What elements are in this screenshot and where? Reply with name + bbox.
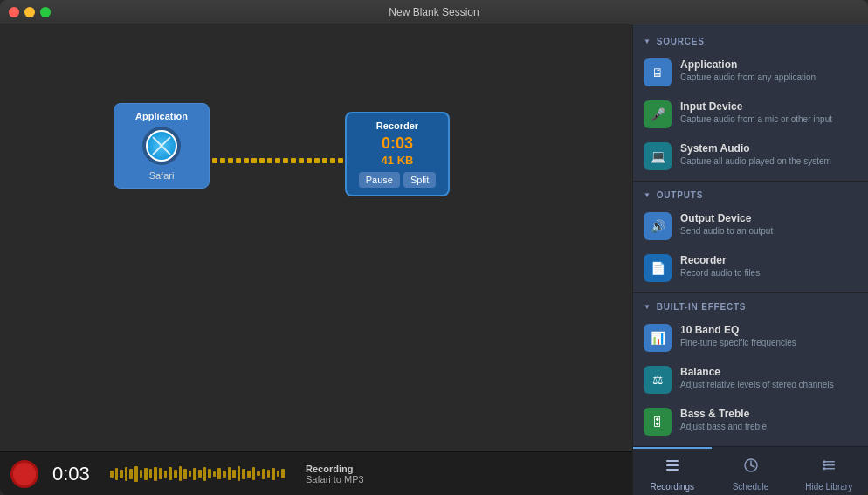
sidebar-item-system-audio[interactable]: 💻 System Audio Capture all audio played … — [633, 135, 868, 177]
recorder-time: 0:03 — [382, 134, 413, 154]
effects-chevron-icon: ▼ — [644, 303, 651, 311]
split-button[interactable]: Split — [403, 172, 436, 188]
waveform-bar — [257, 471, 260, 476]
svg-point-10 — [823, 464, 826, 466]
hide-library-tab-icon — [820, 457, 837, 478]
window-controls — [9, 7, 51, 17]
pause-button[interactable]: Pause — [359, 172, 400, 188]
conn-dot — [228, 158, 233, 163]
sidebar-item-output-device[interactable]: 🔊 Output Device Send audio to an output — [633, 205, 868, 247]
sidebar-item-recorder[interactable]: 📄 Recorder Record audio to files — [633, 247, 868, 289]
waveform-bar — [154, 467, 157, 481]
title-bar: New Blank Session — [0, 0, 868, 24]
recorder-output-text: Recorder Record audio to files — [680, 254, 760, 278]
input-device-source-name: Input Device — [680, 100, 832, 113]
waveform-bar — [140, 470, 143, 478]
conn-dot — [267, 158, 272, 163]
hide-library-tab-label: Hide Library — [805, 482, 852, 492]
waveform-bar — [213, 471, 217, 477]
output-device-icon: 🔊 — [644, 212, 672, 240]
effects-header-label: BUILT-IN EFFECTS — [657, 302, 747, 312]
minimize-button[interactable] — [24, 7, 35, 17]
app-node-label: Safari — [149, 170, 175, 181]
application-source-icon: 🖥 — [644, 58, 672, 86]
waveform-bar — [281, 469, 285, 478]
waveform-bar — [238, 466, 241, 481]
canvas-area: Application Safari — [0, 24, 632, 495]
waveform-bar — [247, 471, 251, 478]
sidebar-item-balance[interactable]: ⚖ Balance Adjust relative levels of ster… — [633, 359, 868, 401]
system-audio-source-text: System Audio Capture all audio played on… — [680, 142, 831, 167]
sidebar-item-input-device[interactable]: 🎤 Input Device Capture audio from a mic … — [633, 93, 868, 135]
recorder-output-desc: Record audio to files — [680, 267, 760, 278]
sources-chevron-icon: ▼ — [644, 38, 651, 45]
tab-recordings[interactable]: Recordings — [633, 447, 712, 495]
conn-dot — [291, 158, 296, 163]
status-time: 0:03 — [52, 463, 96, 485]
waveform-bar — [232, 470, 236, 478]
canvas-workspace[interactable]: Application Safari — [0, 24, 632, 451]
close-button[interactable] — [9, 7, 19, 17]
recorder-output-name: Recorder — [680, 254, 760, 266]
sources-section-header: ▼ SOURCES — [633, 31, 868, 52]
recorder-node[interactable]: Recorder 0:03 41 KB Pause Split — [345, 112, 450, 196]
conn-dot — [338, 158, 343, 163]
conn-dot — [322, 158, 327, 163]
tab-hide-library[interactable]: Hide Library — [789, 447, 868, 495]
waveform-bar — [169, 467, 172, 480]
input-device-source-desc: Capture audio from a mic or other input — [680, 113, 832, 125]
svg-rect-2 — [666, 469, 679, 471]
waveform-bar — [277, 471, 280, 477]
waveform-bar — [189, 471, 192, 477]
balance-desc: Adjust relative levels of stereo channel… — [680, 379, 834, 390]
conn-dot — [299, 158, 304, 163]
tab-schedule[interactable]: Schedule — [712, 447, 790, 495]
balance-icon: ⚖ — [644, 366, 672, 394]
audio-connector — [212, 154, 343, 168]
status-text: Recording Safari to MP3 — [306, 464, 364, 485]
sidebar-item-application[interactable]: 🖥 Application Capture audio from any app… — [633, 52, 868, 93]
maximize-button[interactable] — [40, 7, 51, 17]
bass-treble-icon: 🎛 — [644, 408, 672, 436]
waveform-display — [110, 465, 285, 483]
waveform-bar — [217, 468, 221, 479]
system-audio-source-name: System Audio — [680, 142, 831, 155]
record-button[interactable] — [10, 460, 38, 488]
sidebar-scroll[interactable]: ▼ SOURCES 🖥 Application Capture audio fr… — [633, 24, 868, 446]
output-device-desc: Send audio to an output — [680, 225, 773, 237]
waveform-bar — [164, 471, 168, 478]
conn-dot — [275, 158, 280, 163]
effects-section-header: ▼ BUILT-IN EFFECTS — [633, 297, 868, 317]
eq-text: 10 Band EQ Fine-tune specific frequencie… — [680, 324, 796, 348]
waveform-bar — [134, 466, 138, 482]
waveform-bar — [252, 467, 256, 480]
sidebar-item-bass-treble[interactable]: 🎛 Bass & Treble Adjust bass and treble — [633, 401, 868, 443]
app-node-icon-circle — [142, 127, 181, 165]
outputs-chevron-icon: ▼ — [644, 191, 651, 199]
svg-rect-0 — [666, 460, 679, 462]
recordings-tab-label: Recordings — [651, 482, 695, 492]
svg-line-5 — [751, 465, 754, 467]
tab-bar: Recordings Schedule — [633, 446, 868, 495]
conn-dot — [212, 158, 217, 163]
status-source-label: Safari to MP3 — [306, 474, 364, 485]
recorder-controls: Pause Split — [359, 172, 437, 188]
waveform-bar — [183, 469, 187, 479]
conn-dot — [283, 158, 288, 163]
waveform-bar — [110, 471, 114, 478]
application-node[interactable]: Application Safari — [114, 103, 210, 189]
conn-dot — [307, 158, 312, 163]
recorder-node-title: Recorder — [376, 120, 418, 131]
waveform-bar — [262, 469, 265, 479]
bass-treble-desc: Adjust bass and treble — [680, 421, 767, 432]
conn-dot — [220, 158, 225, 163]
waveform-bar — [129, 469, 133, 479]
section-divider-1 — [633, 181, 868, 182]
waveform-bar — [120, 470, 123, 478]
waveform-bar — [228, 467, 231, 480]
eq-name: 10 Band EQ — [680, 324, 796, 336]
balance-text: Balance Adjust relative levels of stereo… — [680, 366, 834, 390]
application-source-name: Application — [680, 58, 816, 71]
sidebar-item-10band-eq[interactable]: 📊 10 Band EQ Fine-tune specific frequenc… — [633, 317, 868, 359]
waveform-bar — [208, 469, 211, 478]
